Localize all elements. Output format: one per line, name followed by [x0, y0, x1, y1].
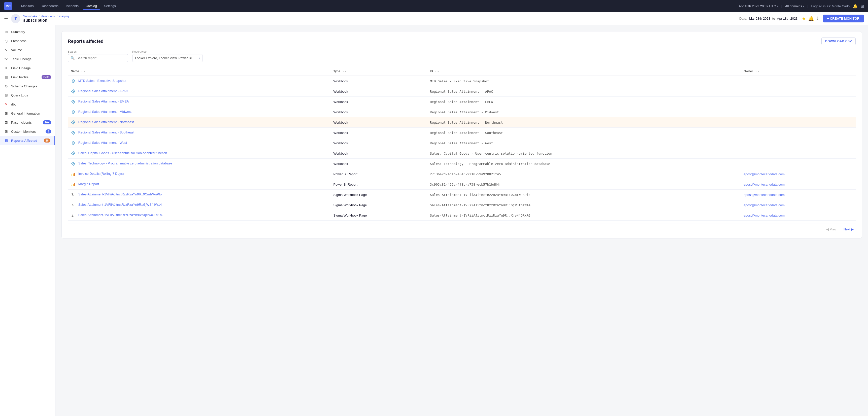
- svg-rect-116: [73, 163, 74, 164]
- nav-settings[interactable]: Settings: [101, 2, 119, 10]
- report-name-link[interactable]: Regional Sales Attainment - Southeast: [78, 130, 134, 134]
- svg-rect-49: [72, 113, 72, 113]
- download-csv-button[interactable]: DOWNLOAD CSV: [822, 37, 856, 45]
- svg-rect-3: [74, 81, 75, 81]
- report-name-link[interactable]: Regional Sales Attainment - West: [78, 141, 127, 145]
- svg-rect-89: [74, 142, 75, 143]
- svg-rect-50: [74, 111, 75, 112]
- cell-owner: epost@montecarlodata.com: [741, 210, 856, 221]
- search-input[interactable]: [76, 56, 125, 60]
- sidebar-item-field-profile[interactable]: ▦ Field Profile Beta: [0, 72, 55, 82]
- sidebar-item-summary[interactable]: ⊞ Summary: [0, 27, 55, 36]
- search-filter-group: Search 🔍: [68, 50, 128, 62]
- sidebar-item-label: Table Lineage: [11, 57, 51, 61]
- nav-incidents[interactable]: Incidents: [62, 2, 82, 10]
- sidebar-item-dbt[interactable]: ✕ dbt: [0, 100, 55, 109]
- report-type-chevron-icon: ▾: [199, 57, 200, 59]
- freshness-icon: ◌: [4, 38, 8, 43]
- sidebar-item-freshness[interactable]: ◌ Freshness: [0, 36, 55, 45]
- table-row: Σ Sales-Attainment-1VFiiAJitnctRzzRzaYn9…: [68, 210, 856, 221]
- svg-rect-54: [71, 122, 72, 123]
- svg-rect-119: [74, 173, 75, 176]
- alert-icon[interactable]: 🔔: [808, 16, 814, 22]
- report-name-link[interactable]: Sales: Capital Goods - User-centric solu…: [78, 151, 167, 155]
- report-name-link[interactable]: MTD Sales - Executive Snapshot: [78, 79, 126, 83]
- svg-rect-32: [72, 101, 72, 101]
- cell-owner: [741, 86, 856, 97]
- breadcrumb-demo-env[interactable]: demo_env: [41, 14, 55, 18]
- id-sort-icon[interactable]: ▲▼: [435, 70, 439, 73]
- report-name-link[interactable]: Margin Report: [78, 182, 99, 186]
- report-name-link[interactable]: Regional Sales Attainment - Midwest: [78, 110, 132, 114]
- cell-name: Invoice Details (Rolling 7 Days): [68, 169, 330, 179]
- cell-owner: [741, 128, 856, 138]
- report-name-link[interactable]: Sales-Attainment-1VFiiAJitnctRzzRzaYn9R:…: [78, 192, 162, 196]
- nav-catalog[interactable]: Catalog: [83, 2, 100, 10]
- report-name-link[interactable]: Sales-Attainment-1VFiiAJitnctRzzRzaYn9R:…: [78, 213, 163, 217]
- sidebar-item-custom-monitors[interactable]: ⊞ Custom Monitors 8: [0, 127, 55, 136]
- cell-id: Sales-Attainment-1VFiiAJitnctRzzRzaYn9R:…: [427, 210, 741, 221]
- breadcrumb-snowflake[interactable]: Snowflake: [23, 14, 37, 18]
- report-name-link[interactable]: Invoice Details (Rolling 7 Days): [78, 172, 124, 175]
- custom-monitors-badge: 8: [45, 129, 51, 133]
- sidebar-item-schema-changes[interactable]: ⊘ Schema Changes: [0, 82, 55, 91]
- cell-type: Workbook: [330, 76, 427, 86]
- sidebar-item-past-incidents[interactable]: ⊡ Past Incidents 10+: [0, 118, 55, 127]
- svg-rect-78: [73, 141, 73, 142]
- svg-rect-90: [73, 143, 74, 143]
- cell-name: Sales: Capital Goods - User-centric solu…: [68, 148, 330, 159]
- report-name-link[interactable]: Sales-Attainment-1VFiiAJitnctRzzRzaYn9R:…: [78, 203, 162, 206]
- cell-type: Sigma Workbook Page: [330, 190, 427, 200]
- datetime-dropdown[interactable]: Apr 18th 2023 20:39 UTC ▾: [739, 4, 778, 8]
- sidebar-item-general-info[interactable]: ⊞ General Information: [0, 109, 55, 118]
- create-monitor-button[interactable]: + CREATE MONITOR: [823, 14, 864, 23]
- owner-sort-icon[interactable]: ▲▼: [755, 70, 760, 73]
- report-name-link[interactable]: Regional Sales Attainment - APAC: [78, 89, 128, 93]
- sidebar-item-label: Volume: [11, 48, 51, 52]
- sidebar-item-label: Summary: [11, 30, 51, 34]
- nav-dashboards[interactable]: Dashboards: [38, 2, 61, 10]
- svg-rect-117: [71, 174, 72, 176]
- cell-id: MTD Sales - Executive Snapshot: [427, 76, 741, 86]
- share-icon[interactable]: ⤴: [816, 16, 818, 22]
- nav-monitors[interactable]: Monitors: [18, 2, 37, 10]
- cell-name: Regional Sales Attainment - West: [68, 138, 330, 148]
- user-settings-icon[interactable]: ⊞: [861, 4, 864, 8]
- domain-dropdown[interactable]: All domains ▾: [785, 4, 804, 8]
- svg-rect-16: [74, 91, 75, 92]
- sidebar-item-query-logs[interactable]: ⊟ Query Logs: [0, 91, 55, 100]
- sidebar-item-table-lineage[interactable]: ⌥ Table Lineage: [0, 54, 55, 63]
- report-name-link[interactable]: Regional Sales Attainment - EMEA: [78, 99, 129, 103]
- notifications-icon[interactable]: 🔔: [852, 4, 858, 8]
- sidebar-item-field-lineage[interactable]: ≡ Field Lineage: [0, 63, 55, 72]
- svg-rect-25: [73, 91, 74, 92]
- prev-page-button[interactable]: ◀ Prev: [824, 226, 838, 232]
- svg-rect-104: [73, 162, 73, 163]
- breadcrumb-staging[interactable]: staging: [59, 14, 69, 18]
- svg-rect-92: [73, 154, 73, 155]
- report-name-link[interactable]: Sales: Technology - Programmable zero ad…: [78, 161, 172, 165]
- top-nav: MC Monitors Dashboards Incidents Catalog…: [0, 0, 868, 12]
- name-sort-icon[interactable]: ▲▼: [81, 70, 85, 73]
- svg-rect-79: [73, 144, 73, 145]
- svg-rect-51: [73, 112, 74, 113]
- cell-id: Regional Sales Attainment - Southeast: [427, 128, 741, 138]
- reports-affected-icon: ⊟: [4, 138, 8, 143]
- hamburger-icon[interactable]: ☰: [4, 16, 8, 22]
- svg-rect-10: [72, 82, 72, 82]
- type-sort-icon[interactable]: ▲▼: [342, 70, 347, 73]
- next-page-button[interactable]: Next ▶: [842, 226, 856, 232]
- report-name-link[interactable]: Regional Sales Attainment - Northeast: [78, 120, 134, 124]
- nav-separator: |: [781, 4, 782, 8]
- tableau-icon: [71, 151, 76, 156]
- svg-rect-121: [73, 184, 73, 186]
- svg-rect-66: [73, 134, 73, 135]
- report-type-select[interactable]: Looker Explore, Looker View, Power BI R.…: [132, 54, 203, 62]
- search-icon: 🔍: [70, 56, 74, 60]
- star-icon[interactable]: ★: [802, 16, 806, 22]
- sidebar-item-volume[interactable]: ∿ Volume: [0, 45, 55, 54]
- tableau-icon: [71, 99, 76, 104]
- cell-type: Workbook: [330, 86, 427, 97]
- table-row: Sales: Capital Goods - User-centric solu…: [68, 148, 856, 159]
- sidebar-item-reports-affected[interactable]: ⊟ Reports Affected 26: [0, 136, 55, 145]
